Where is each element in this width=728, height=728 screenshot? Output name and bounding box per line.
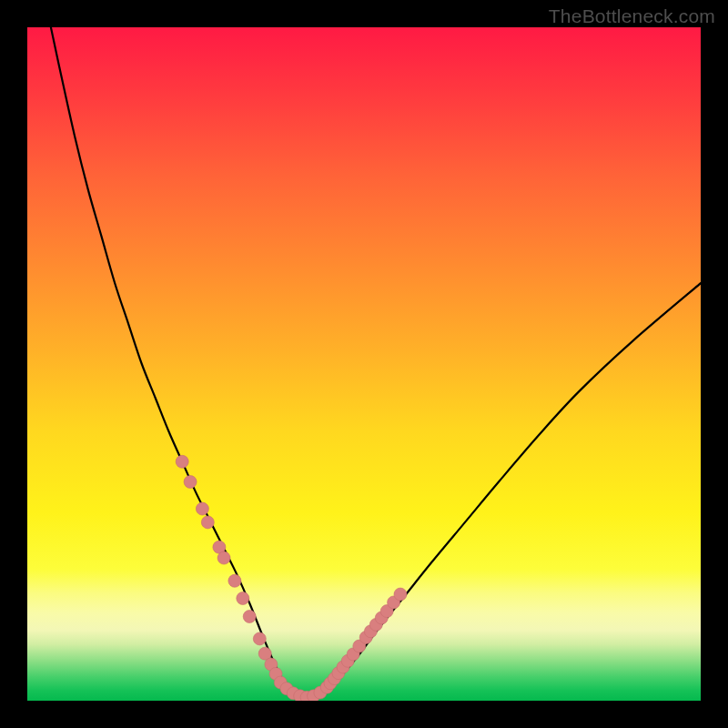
marker-dot: [176, 455, 188, 468]
marker-dot: [217, 551, 230, 564]
chart-frame: TheBottleneck.com: [0, 0, 728, 728]
watermark-text: TheBottleneck.com: [549, 5, 715, 27]
plot-area: [27, 27, 701, 701]
marker-dot: [196, 502, 208, 515]
marker-dot: [184, 476, 197, 489]
marker-dot: [228, 574, 241, 587]
marker-dot: [201, 516, 214, 529]
marker-dot: [243, 611, 256, 623]
marker-dot: [394, 588, 407, 601]
gradient-background: [27, 27, 701, 701]
marker-dot: [253, 632, 266, 645]
marker-dot: [237, 592, 249, 605]
chart-svg: [27, 27, 701, 701]
